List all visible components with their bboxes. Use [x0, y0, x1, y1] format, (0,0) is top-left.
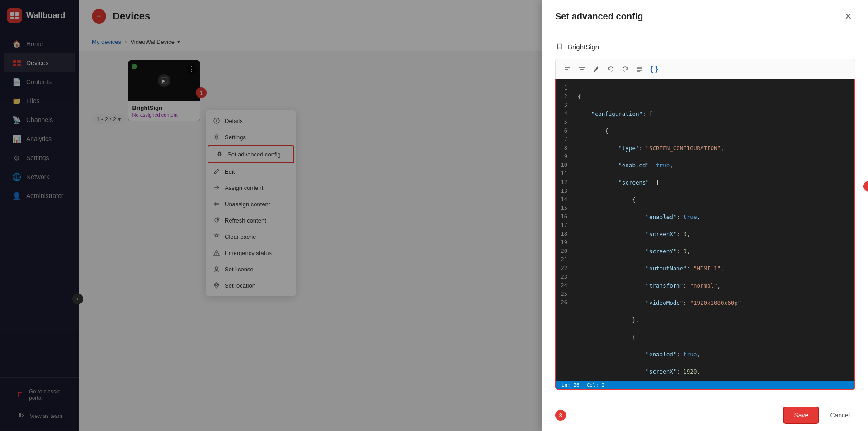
step-3-badge: 3 [555, 410, 566, 421]
line-num-9: 9 [559, 152, 569, 161]
toolbar-list[interactable] [633, 63, 646, 76]
code-line-6: "screens": [ [578, 178, 849, 187]
code-line-16: "enabled": true, [578, 350, 849, 359]
line-num-2: 2 [559, 92, 569, 101]
code-line-7: { [578, 195, 849, 204]
modal-overlay: Set advanced config ✕ 🖥 BrightSign [0, 0, 868, 431]
toolbar-redo[interactable] [619, 63, 632, 76]
line-num-5: 5 [559, 118, 569, 127]
modal-body: 🖥 BrightSign [542, 33, 868, 399]
line-num-1: 1 [559, 84, 569, 92]
code-line-3: { [578, 127, 849, 135]
line-num-17: 17 [559, 221, 569, 230]
code-text[interactable]: { "configuration": [ { "type": "SCREEN_C… [572, 79, 854, 381]
line-num-23: 23 [559, 273, 569, 281]
line-num-6: 6 [559, 127, 569, 135]
modal-close-button[interactable]: ✕ [841, 9, 855, 24]
monitor-icon: 🖥 [555, 42, 563, 52]
code-line-14: }, [578, 316, 849, 324]
toolbar-align-center[interactable] [576, 63, 588, 76]
code-line-5: "enabled": true, [578, 161, 849, 170]
code-line-1: { [578, 92, 849, 101]
modal-title: Set advanced config [555, 11, 643, 22]
modal-device-name: BrightSign [568, 43, 599, 51]
code-line-4: "type": "SCREEN_CONFIGURATION", [578, 144, 849, 152]
save-button[interactable]: Save [783, 407, 819, 424]
code-line-17: "screenX": 1920, [578, 367, 849, 376]
line-num-24: 24 [559, 281, 569, 290]
toolbar-format[interactable]: { } [648, 63, 660, 76]
line-num-19: 19 [559, 238, 569, 247]
line-num-7: 7 [559, 135, 569, 144]
toolbar-align-left[interactable] [561, 63, 574, 76]
line-num-3: 3 [559, 101, 569, 109]
line-num-12: 12 [559, 178, 569, 187]
code-line-2: "configuration": [ [578, 109, 849, 118]
line-num-13: 13 [559, 187, 569, 195]
line-num-22: 22 [559, 264, 569, 273]
modal-header: Set advanced config ✕ [542, 0, 868, 33]
code-line-15: { [578, 333, 849, 341]
step-2-container: 2 [863, 181, 868, 192]
step-3-label: 3 [559, 412, 562, 419]
line-num-25: 25 [559, 290, 569, 298]
line-num-26: 26 [559, 298, 569, 307]
toolbar-wrench[interactable] [590, 63, 603, 76]
status-line: Ln: 26 [561, 382, 580, 388]
line-num-10: 10 [559, 161, 569, 170]
status-col: Col: 2 [587, 382, 605, 388]
line-num-16: 16 [559, 213, 569, 221]
editor-toolbar: { } [555, 59, 855, 79]
code-line-10: "screenY": 0, [578, 247, 849, 256]
line-num-21: 21 [559, 256, 569, 264]
code-line-8: "enabled": true, [578, 213, 849, 221]
step-3-container: 3 [555, 410, 568, 421]
modal-footer: 3 Save Cancel [542, 399, 868, 431]
code-line-13: "videoMode": "1920x1080x60p" [578, 298, 849, 307]
code-line-11: "outputName": "HDMI-1", [578, 264, 849, 273]
cancel-button[interactable]: Cancel [825, 407, 855, 423]
code-statusbar: Ln: 26 Col: 2 [556, 381, 854, 389]
code-line-12: "transform": "normal", [578, 281, 849, 290]
code-content: 1 2 3 4 5 6 7 8 9 10 11 12 13 14 [556, 79, 854, 381]
line-num-20: 20 [559, 247, 569, 256]
toolbar-undo[interactable] [604, 63, 617, 76]
line-num-8: 8 [559, 144, 569, 152]
line-num-4: 4 [559, 109, 569, 118]
line-num-14: 14 [559, 195, 569, 204]
line-num-18: 18 [559, 230, 569, 238]
code-line-9: "screenX": 0, [578, 230, 849, 238]
code-editor[interactable]: 1 2 3 4 5 6 7 8 9 10 11 12 13 14 [555, 79, 855, 390]
step-2-badge: 2 [863, 181, 868, 192]
advanced-config-modal: Set advanced config ✕ 🖥 BrightSign [542, 0, 868, 431]
line-num-11: 11 [559, 170, 569, 178]
modal-device-header: 🖥 BrightSign [555, 42, 855, 52]
line-numbers: 1 2 3 4 5 6 7 8 9 10 11 12 13 14 [556, 79, 572, 381]
line-num-15: 15 [559, 204, 569, 213]
